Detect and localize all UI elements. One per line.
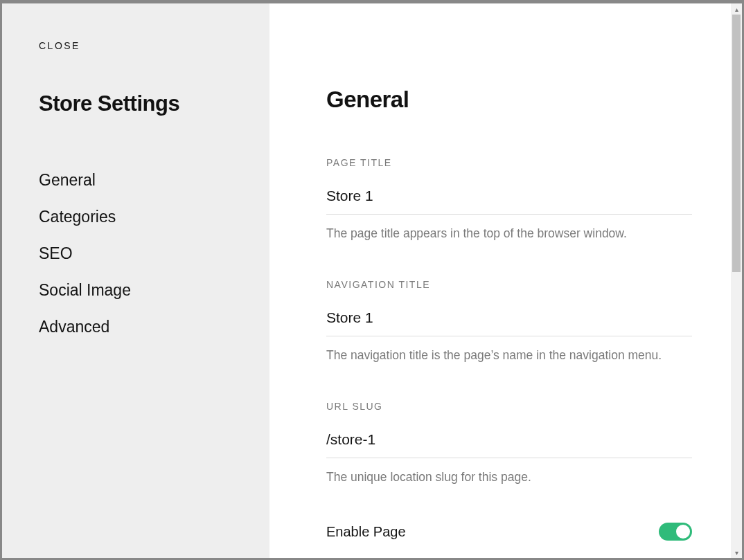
url-slug-label: URL SLUG [326,401,692,412]
field-page-title: PAGE TITLE The page title appears in the… [326,157,692,243]
enable-page-label: Enable Page [326,524,406,540]
scrollbar-thumb[interactable] [732,15,741,272]
close-button[interactable]: CLOSE [39,40,80,51]
scroll-down-icon[interactable]: ▾ [731,547,742,558]
page-heading: General [326,87,692,113]
navigation-title-label: NAVIGATION TITLE [326,279,692,290]
page-title-input[interactable] [326,183,692,215]
main-content: General PAGE TITLE The page title appear… [269,3,742,558]
sidebar-item-general[interactable]: General [39,162,269,199]
sidebar: CLOSE Store Settings General Categories … [2,3,269,558]
page-title-label: PAGE TITLE [326,157,692,168]
scroll-up-icon[interactable]: ▴ [731,3,742,15]
navigation-title-input[interactable] [326,305,692,336]
enable-page-toggle[interactable] [659,523,692,541]
field-navigation-title: NAVIGATION TITLE The navigation title is… [326,279,692,365]
field-url-slug: URL SLUG The unique location slug for th… [326,401,692,487]
scrollbar[interactable]: ▴ ▾ [731,3,742,558]
toggle-knob [676,525,690,539]
sidebar-item-seo[interactable]: SEO [39,235,269,272]
sidebar-item-advanced[interactable]: Advanced [39,309,269,345]
sidebar-nav: General Categories SEO Social Image Adva… [39,162,269,345]
sidebar-item-categories[interactable]: Categories [39,199,269,235]
url-slug-help: The unique location slug for this page. [326,468,692,487]
navigation-title-help: The navigation title is the page’s name … [326,346,692,365]
field-enable-page: Enable Page [326,523,692,541]
url-slug-input[interactable] [326,427,692,458]
sidebar-item-social-image[interactable]: Social Image [39,272,269,309]
settings-panel: CLOSE Store Settings General Categories … [2,3,742,558]
page-title-help: The page title appears in the top of the… [326,224,692,243]
sidebar-title: Store Settings [39,91,269,116]
